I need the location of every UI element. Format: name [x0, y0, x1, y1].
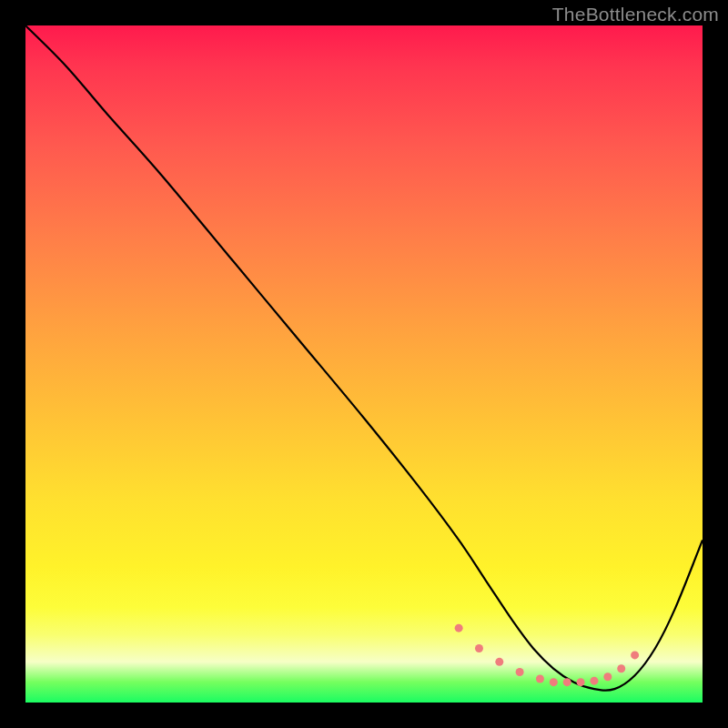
highlight-dot: [516, 668, 524, 676]
highlight-dot: [455, 624, 463, 632]
highlight-dot: [563, 678, 571, 686]
highlight-dots: [455, 624, 639, 687]
curve-svg: [25, 25, 703, 703]
highlight-dot: [631, 651, 639, 659]
highlight-dot: [577, 678, 585, 686]
highlight-dot: [603, 672, 612, 681]
highlight-dot: [536, 674, 544, 682]
chart-frame: TheBottleneck.com: [0, 0, 728, 728]
plot-area: [25, 25, 703, 703]
highlight-dot: [475, 644, 483, 652]
highlight-dot: [495, 658, 503, 666]
highlight-dot: [550, 678, 558, 686]
highlight-dot: [617, 664, 625, 672]
highlight-dot: [590, 677, 598, 685]
watermark-text: TheBottleneck.com: [552, 4, 719, 25]
bottleneck-curve: [25, 25, 703, 691]
